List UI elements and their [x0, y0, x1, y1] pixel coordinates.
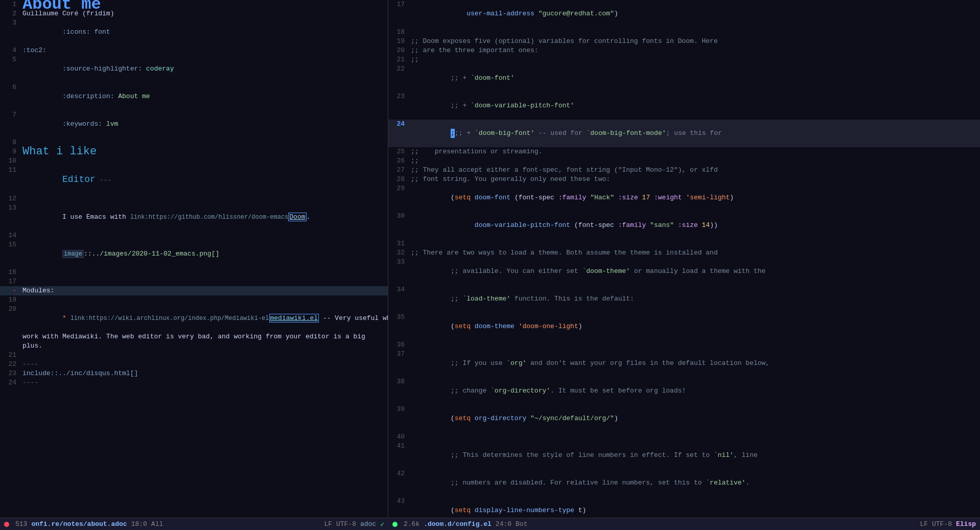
- table-row: 22 ;; + `doom-font': [388, 64, 980, 92]
- right-status-bar: 2.6k .doom.d/config.el 24:0 Bot LF UTF-8…: [388, 518, 980, 530]
- meta-line-4: :toc2:: [20, 46, 388, 55]
- table-row: 39 (setq org-directory "~/sync/default/o…: [388, 405, 980, 432]
- table-row: 13 I use Emacs with link:https://github.…: [0, 203, 388, 231]
- table-row: 32 ;; There are two ways to load a theme…: [388, 248, 980, 258]
- table-row: 20 * link:https://wiki.archlinux.org/ind…: [0, 305, 388, 332]
- table-row: 26 ;;: [388, 156, 980, 166]
- table-row: 35 (setq doom-theme 'doom-one-light): [388, 313, 980, 340]
- table-row: 27 ;; They all accept either a font-spec…: [388, 166, 980, 175]
- right-bot: Bot: [516, 520, 527, 528]
- table-row: 9 What i like: [0, 147, 388, 156]
- left-dot-indicator: [4, 522, 9, 527]
- table-row: 43 (setq display-line-numbers-type t): [388, 497, 980, 518]
- title-big: About me: [20, 0, 388, 9]
- editor-split: 1 About me 2 Guillaume Coré (fridim) 3 :…: [0, 0, 980, 518]
- table-row: 15 image::../images/2020-11-02_emacs.png…: [0, 240, 388, 268]
- right-encoding: LF UTF-8: [920, 520, 952, 528]
- table-row: 19: [0, 295, 388, 305]
- table-row: 38 ;; change `org-directory'. It must be…: [388, 377, 980, 405]
- right-pane: 17 user-mail-address "gucore@redhat.com"…: [388, 0, 980, 518]
- table-row: 36: [388, 340, 980, 350]
- left-code-area[interactable]: 1 About me 2 Guillaume Coré (fridim) 3 :…: [0, 0, 388, 518]
- right-filename: .doom.d/config.el: [424, 520, 492, 528]
- table-row: 14: [0, 231, 388, 240]
- module-item-20: * link:https://wiki.archlinux.org/index.…: [20, 305, 388, 332]
- left-check: ✓: [380, 520, 384, 528]
- table-row: 42 ;; numbers are disabled. For relative…: [388, 469, 980, 497]
- section-title: What i like: [20, 147, 388, 156]
- table-row: 23 ;; + `doom-variable-pitch-font': [388, 92, 980, 120]
- table-row: 16: [0, 268, 388, 277]
- table-row: 24 ;;; + `doom-big-font' -- used for `do…: [388, 120, 980, 147]
- table-row: 18: [388, 28, 980, 37]
- table-row: 4 :toc2:: [0, 46, 388, 55]
- right-dot-indicator: [392, 522, 398, 527]
- left-position: 18:0: [131, 520, 147, 528]
- table-row: plus.: [0, 341, 388, 351]
- meta-line-7: :keywords: lvm: [20, 110, 388, 138]
- table-row: 37 ;; If you use `org' and don't want yo…: [388, 350, 980, 377]
- table-row: 25 ;; presentations or streaming.: [388, 147, 980, 156]
- meta-line-5: :source-highlighter: coderay: [20, 55, 388, 83]
- table-row: 2 Guillaume Coré (fridim): [0, 9, 388, 18]
- author-line: Guillaume Coré (fridim): [20, 9, 388, 18]
- table-row: 7 :keywords: lvm: [0, 110, 388, 138]
- left-line-count: 513: [15, 520, 27, 528]
- table-row: 6 :description: About me: [0, 83, 388, 110]
- table-row: 31: [388, 239, 980, 248]
- table-row: 3 :icons: font: [0, 18, 388, 46]
- table-row: 17: [0, 277, 388, 286]
- right-position: 24:0: [496, 520, 511, 528]
- table-row: 41 ;; This determines the style of line …: [388, 442, 980, 469]
- image-line-15: image::../images/2020-11-02_emacs.png[]: [20, 240, 388, 268]
- left-mode: adoc: [360, 520, 376, 528]
- modules-line: Modules:: [20, 286, 388, 295]
- table-row: 40: [388, 432, 980, 442]
- right-mode: Elisp: [956, 520, 976, 528]
- table-row: 10: [0, 156, 388, 166]
- meta-line-3: :icons: font: [20, 18, 388, 46]
- table-row: 24 ----: [0, 378, 388, 387]
- left-filename: onfi.re/notes/about.adoc: [31, 520, 127, 528]
- meta-line-6: :description: About me: [20, 83, 388, 110]
- right-code-area[interactable]: 17 user-mail-address "gucore@redhat.com"…: [388, 0, 980, 518]
- right-line-count: 2.6k: [404, 520, 419, 528]
- table-row: 33 ;; available. You can either set `doo…: [388, 258, 980, 285]
- table-row: 17 user-mail-address "gucore@redhat.com"…: [388, 0, 980, 28]
- status-row: 513 onfi.re/notes/about.adoc 18:0 All LF…: [0, 518, 980, 530]
- table-row: 30 doom-variable-pitch-font (font-spec :…: [388, 212, 980, 239]
- table-row: 19 ;; Doom exposes five (optional) varia…: [388, 37, 980, 46]
- table-row: 12: [0, 194, 388, 203]
- table-row: 20 ;; are the three important ones:: [388, 46, 980, 55]
- table-row: 11 Editor ---: [0, 166, 388, 194]
- left-encoding: LF UTF-8: [324, 520, 356, 528]
- left-pane: 1 About me 2 Guillaume Coré (fridim) 3 :…: [0, 0, 388, 518]
- table-row: - Modules:: [0, 286, 388, 295]
- table-row: 21 ;;: [388, 55, 980, 64]
- subsection-title: Editor ---: [20, 166, 388, 194]
- left-all: All: [151, 520, 163, 528]
- table-row: 23 include::../inc/disqus.html[]: [0, 369, 388, 378]
- table-row: 29 (setq doom-font (font-spec :family "H…: [388, 184, 980, 212]
- left-status-bar: 513 onfi.re/notes/about.adoc 18:0 All LF…: [0, 518, 388, 530]
- table-row: 21: [0, 351, 388, 360]
- table-row: 34 ;; `load-theme' function. This is the…: [388, 285, 980, 313]
- table-row: 5 :source-highlighter: coderay: [0, 55, 388, 83]
- table-row: 28 ;; font string. You generally only ne…: [388, 175, 980, 184]
- table-row: work with Mediawiki. The web editor is v…: [0, 332, 388, 341]
- table-row: 1 About me: [0, 0, 388, 9]
- table-row: 22 ----: [0, 360, 388, 369]
- link-line-13: I use Emacs with link:https://github.com…: [20, 203, 388, 231]
